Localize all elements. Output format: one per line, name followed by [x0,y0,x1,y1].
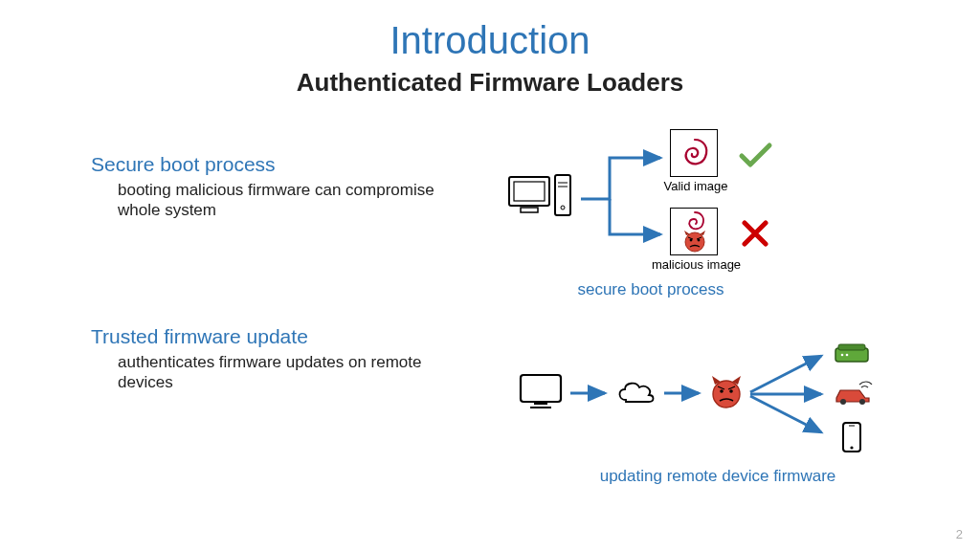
section-heading: Secure boot process [91,153,474,176]
slide-title: Introduction [0,19,980,62]
svg-point-6 [561,206,565,209]
monitor-icon [517,371,567,413]
svg-point-32 [850,446,853,449]
svg-point-27 [841,354,844,357]
phone-icon [840,421,863,453]
section-body: booting malicious firmware can compromis… [118,180,474,221]
debian-swirl-icon [671,130,719,178]
attacker-devil-icon [706,373,746,413]
section-body: authenticates firmware updates on remote… [118,352,474,393]
split-arrows [576,143,672,249]
router-icon [833,341,873,367]
svg-point-28 [846,354,849,357]
cloud-icon [612,375,660,409]
diagram-secure-boot: Valid image malicious image secure boot … [498,129,900,311]
valid-image-label: Valid image [663,179,728,193]
fanout-arrows [746,348,833,440]
slide-subtitle: Authenticated Firmware Loaders [0,68,980,98]
section-trusted-update: Trusted firmware update authenticates fi… [91,325,474,393]
svg-point-7 [685,232,704,252]
svg-point-30 [859,399,865,405]
svg-rect-12 [521,375,561,402]
diagram-remote-update: updating remote device firmware [517,354,947,497]
svg-point-29 [840,399,846,405]
computer-icon [507,173,574,227]
svg-line-24 [750,396,821,432]
diagram2-caption: updating remote device firmware [574,467,861,486]
svg-point-18 [720,389,724,393]
svg-line-22 [750,356,821,392]
arrow-1 [568,385,611,402]
svg-rect-1 [514,182,545,201]
svg-rect-2 [521,208,538,212]
check-icon [737,139,775,171]
valid-image-box [670,129,718,177]
malicious-image-label: malicious image [651,257,742,272]
connected-car-icon [831,381,877,409]
svg-point-19 [729,389,733,393]
section-heading: Trusted firmware update [91,325,474,348]
svg-rect-26 [838,344,865,350]
devil-face-icon [671,230,719,258]
svg-point-17 [713,381,740,408]
cross-icon [739,217,771,250]
page-number: 2 [956,527,963,541]
section-secure-boot: Secure boot process booting malicious fi… [91,153,474,221]
diagram1-caption: secure boot process [555,280,746,299]
arrow-2 [662,385,704,402]
malicious-image-box [670,208,718,255]
